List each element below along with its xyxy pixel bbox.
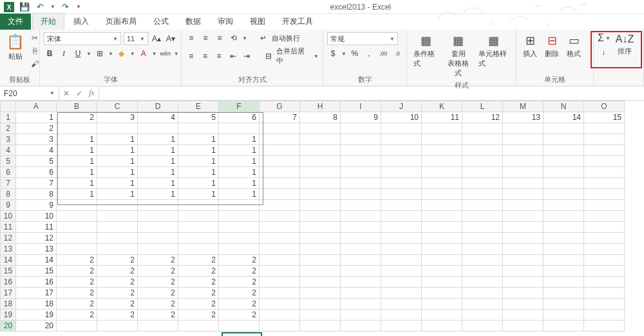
cell[interactable]: 2 (97, 266, 138, 277)
col-header-M[interactable]: M (503, 101, 544, 112)
cell[interactable]: 2 (178, 266, 219, 277)
cell[interactable] (584, 310, 625, 321)
paste-button[interactable]: 📋 粘贴 (4, 32, 26, 63)
cell[interactable]: 1 (178, 178, 219, 189)
cell[interactable] (138, 244, 178, 255)
row-header[interactable]: 6 (1, 167, 16, 178)
cell[interactable] (462, 277, 503, 288)
cell[interactable] (462, 200, 503, 211)
cell[interactable] (381, 189, 422, 200)
cell[interactable] (544, 156, 584, 167)
cell[interactable]: 15 (584, 112, 625, 123)
copy-icon[interactable]: ⎘ (29, 45, 41, 57)
name-box[interactable]: F20▼ (0, 86, 59, 100)
col-header-B[interactable]: B (57, 101, 97, 112)
cell[interactable] (300, 178, 341, 189)
row-header[interactable]: 8 (1, 189, 16, 200)
cell[interactable]: 1 (178, 134, 219, 145)
cell[interactable] (260, 145, 300, 156)
cell[interactable] (381, 156, 422, 167)
cell[interactable] (584, 222, 625, 233)
cell[interactable] (341, 145, 381, 156)
cell[interactable] (584, 299, 625, 310)
cell[interactable] (260, 299, 300, 310)
cell[interactable] (260, 233, 300, 244)
format-painter-icon[interactable]: 🖌 (29, 58, 41, 70)
font-color-button[interactable]: A (138, 48, 149, 59)
insert-cells-button[interactable]: ⊞ 插入 (520, 32, 540, 60)
cell[interactable]: 2 (97, 310, 138, 321)
col-header-J[interactable]: J (381, 101, 422, 112)
align-left-icon[interactable]: ≡ (185, 50, 197, 62)
cell[interactable]: 1 (219, 178, 260, 189)
cell[interactable] (503, 145, 544, 156)
cell[interactable] (503, 255, 544, 266)
cell[interactable] (138, 321, 178, 331)
cell[interactable]: 2 (57, 288, 97, 299)
tab-home[interactable]: 开始 (32, 13, 64, 30)
cell[interactable]: 2 (57, 266, 97, 277)
cell[interactable] (260, 211, 300, 222)
cell[interactable] (300, 167, 341, 178)
cell[interactable] (584, 134, 625, 145)
cell[interactable] (300, 321, 341, 331)
cell[interactable]: 2 (178, 288, 219, 299)
cell[interactable]: 1 (219, 189, 260, 200)
cell[interactable]: 2 (97, 288, 138, 299)
cell[interactable]: 11 (16, 222, 57, 233)
cell[interactable] (584, 123, 625, 134)
row-header[interactable]: 10 (1, 211, 16, 222)
cell[interactable] (584, 178, 625, 189)
col-header-K[interactable]: K (422, 101, 462, 112)
cell[interactable] (462, 310, 503, 321)
cell[interactable] (503, 266, 544, 277)
cell[interactable] (341, 134, 381, 145)
cell[interactable] (422, 244, 462, 255)
cell[interactable]: 1 (97, 134, 138, 145)
cell[interactable] (381, 211, 422, 222)
cell[interactable] (584, 189, 625, 200)
cell[interactable] (422, 299, 462, 310)
conditional-format-button[interactable]: ▦ 条件格式 (411, 32, 440, 70)
cell[interactable] (341, 277, 381, 288)
cell[interactable] (97, 211, 138, 222)
tab-view[interactable]: 视图 (242, 14, 273, 30)
cell[interactable]: 1 (138, 189, 178, 200)
cell[interactable] (97, 244, 138, 255)
decrease-indent-icon[interactable]: ⇤ (227, 50, 239, 62)
cell[interactable]: 19 (16, 310, 57, 321)
cell[interactable] (584, 145, 625, 156)
cell[interactable]: 4 (16, 145, 57, 156)
row-header[interactable]: 1 (1, 112, 16, 123)
cell[interactable] (544, 310, 584, 321)
cell[interactable]: 1 (138, 167, 178, 178)
cell[interactable]: 13 (503, 112, 544, 123)
row-header[interactable]: 4 (1, 145, 16, 156)
cell[interactable]: 2 (57, 277, 97, 288)
cell[interactable] (300, 156, 341, 167)
cell[interactable] (381, 178, 422, 189)
undo-dropdown[interactable]: ▼ (50, 4, 55, 10)
tab-page-layout[interactable]: 页面布局 (98, 14, 144, 30)
cell[interactable] (300, 145, 341, 156)
cell[interactable] (260, 189, 300, 200)
cell[interactable]: 2 (57, 299, 97, 310)
cell[interactable]: 2 (138, 288, 178, 299)
cell[interactable] (462, 211, 503, 222)
cell[interactable]: 1 (178, 167, 219, 178)
cell[interactable] (300, 189, 341, 200)
cell[interactable]: 1 (97, 178, 138, 189)
cell[interactable] (260, 178, 300, 189)
col-header-O[interactable]: O (584, 101, 625, 112)
cell[interactable]: 13 (16, 244, 57, 255)
cell[interactable] (57, 321, 97, 331)
redo-icon[interactable]: ↷ (61, 2, 71, 12)
tab-data[interactable]: 数据 (178, 14, 209, 30)
cell[interactable]: 1 (57, 178, 97, 189)
cell[interactable] (138, 200, 178, 211)
cell[interactable] (260, 222, 300, 233)
qat-customize[interactable]: ▼ (76, 4, 81, 10)
row-header[interactable]: 12 (1, 233, 16, 244)
cell[interactable] (584, 244, 625, 255)
cell[interactable] (584, 288, 625, 299)
